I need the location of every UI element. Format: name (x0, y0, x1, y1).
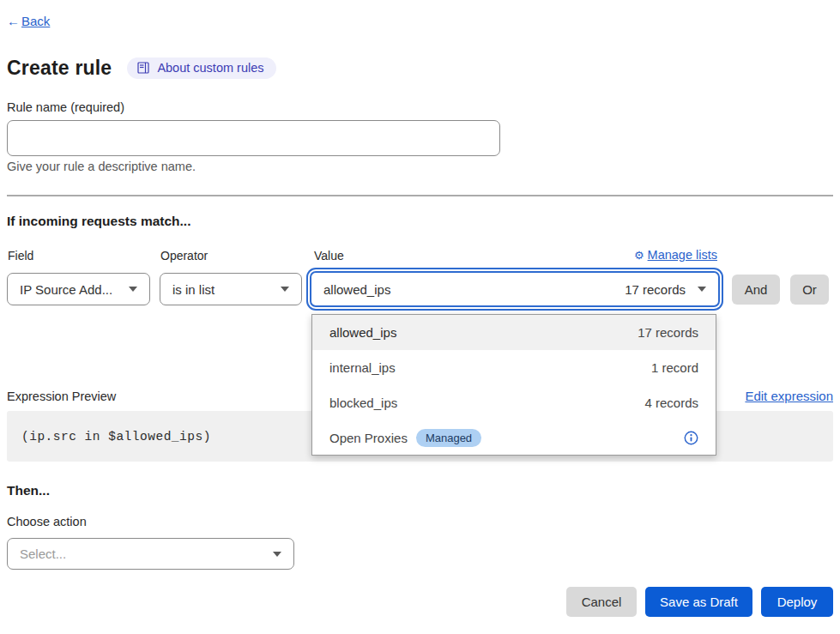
list-item-open-proxies[interactable]: Open Proxies Managed (312, 420, 716, 456)
chevron-down-icon (273, 552, 281, 557)
action-select-placeholder: Select... (20, 546, 66, 561)
list-item-name: blocked_ips (329, 395, 397, 410)
operator-select[interactable]: is in list (160, 273, 302, 305)
about-custom-rules-link[interactable]: About custom rules (127, 57, 275, 79)
value-select-record-count: 17 records (625, 282, 686, 297)
list-item-name: allowed_ips (329, 325, 396, 340)
operator-label: Operator (160, 249, 208, 263)
action-select[interactable]: Select... (7, 538, 294, 570)
expression-preview-label: Expression Preview (7, 389, 116, 403)
field-label: Field (8, 249, 33, 263)
choose-action-label: Choose action (7, 515, 87, 528)
manage-lists-label: Manage lists (648, 248, 717, 262)
or-button[interactable]: Or (790, 275, 829, 305)
back-arrow-icon: ← (7, 14, 20, 28)
deploy-button[interactable]: Deploy (761, 587, 833, 617)
list-item-blocked-ips[interactable]: blocked_ips 4 records (312, 385, 716, 420)
list-item-record-count: 1 record (651, 360, 698, 375)
about-custom-rules-label: About custom rules (157, 61, 263, 75)
section-divider (7, 195, 833, 196)
value-select[interactable]: allowed_ips 17 records (310, 271, 720, 307)
value-label: Value (314, 249, 344, 263)
list-item-record-count: 17 records (638, 325, 698, 340)
value-select-value: allowed_ips (323, 282, 390, 297)
edit-expression-link[interactable]: Edit expression (745, 389, 833, 403)
value-dropdown-panel: allowed_ips 17 records internal_ips 1 re… (311, 314, 716, 456)
chevron-down-icon (129, 287, 137, 292)
and-button[interactable]: And (732, 275, 780, 305)
create-rule-page: ←Back Create rule About custom rules Rul… (0, 0, 840, 634)
list-item-allowed-ips[interactable]: allowed_ips 17 records (312, 315, 716, 350)
field-select-value: IP Source Add... (20, 282, 112, 297)
chevron-down-icon (698, 287, 706, 292)
operator-select-value: is in list (172, 282, 215, 297)
back-label: Back (21, 14, 50, 28)
match-section-heading: If incoming requests match... (7, 214, 190, 229)
gear-icon: ⚙ (634, 249, 644, 262)
list-item-name: Open Proxies (329, 431, 408, 445)
managed-badge: Managed (416, 429, 481, 447)
then-section-heading: Then... (7, 483, 50, 498)
expression-code: (ip.src in $allowed_ips) (21, 430, 211, 444)
rule-name-label: Rule name (required) (7, 100, 124, 114)
book-icon (137, 62, 150, 74)
title-row: Create rule About custom rules (7, 57, 276, 80)
rule-name-input[interactable] (7, 120, 500, 156)
save-as-draft-button[interactable]: Save as Draft (645, 587, 752, 617)
field-select[interactable]: IP Source Add... (7, 273, 150, 305)
list-item-name: internal_ips (329, 360, 396, 375)
list-item-internal-ips[interactable]: internal_ips 1 record (312, 350, 716, 385)
info-icon[interactable] (684, 431, 698, 445)
list-item-record-count: 4 records (644, 395, 698, 410)
rule-name-helper-text: Give your rule a descriptive name. (7, 160, 196, 173)
chevron-down-icon (281, 287, 289, 292)
page-title: Create rule (7, 57, 112, 80)
manage-lists-link[interactable]: ⚙ Manage lists (626, 248, 717, 262)
back-link[interactable]: ←Back (7, 14, 50, 28)
cancel-button[interactable]: Cancel (566, 587, 637, 617)
